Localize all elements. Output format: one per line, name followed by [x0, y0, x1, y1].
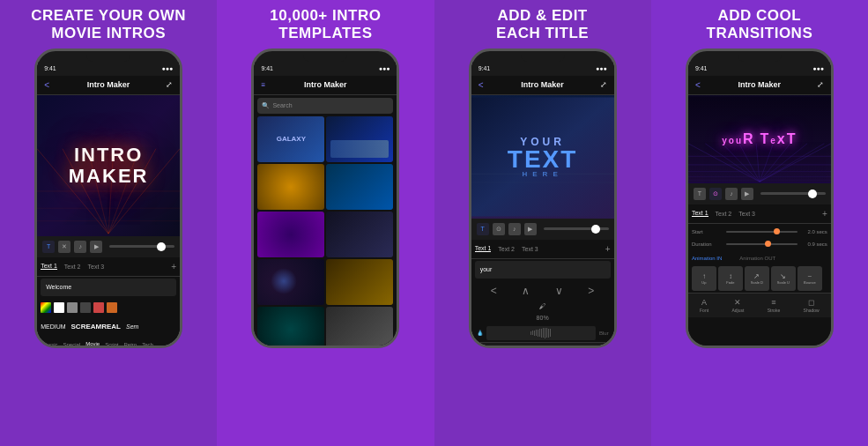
cat-script[interactable]: Script: [105, 342, 118, 346]
share-icon-3[interactable]: ⤢: [600, 80, 607, 89]
duration-slider[interactable]: [726, 243, 798, 245]
phone-mockup-4: 9:41 ●●● < Intro Maker ⤢: [686, 48, 834, 348]
timeline-slider-3[interactable]: [544, 227, 609, 230]
down-ctrl[interactable]: ∨: [555, 285, 563, 297]
status-bar-2: 9:41 ●●●: [254, 62, 397, 76]
timeline-slider-4[interactable]: [760, 192, 826, 195]
cat-tech[interactable]: Tech: [142, 342, 153, 346]
back-button-4[interactable]: <: [695, 80, 701, 90]
play-tool-3[interactable]: ▶: [524, 223, 537, 235]
music-tool-3[interactable]: ♪: [508, 223, 521, 235]
text-tab-4-3[interactable]: Text 3: [738, 211, 755, 217]
template-cell-6[interactable]: [326, 212, 393, 257]
text-tabs-4: Text 1 Text 2 Text 3 +: [688, 204, 831, 224]
adjust-tool-3[interactable]: ⊙: [493, 223, 505, 235]
intro-title-text: INTRO MAKER: [69, 145, 149, 187]
trans-fade[interactable]: ↕ Fade: [718, 266, 743, 291]
trans-up[interactable]: ↑ Up: [692, 266, 716, 291]
timeline-slider[interactable]: [109, 245, 174, 248]
music-tool-4[interactable]: ♪: [725, 188, 738, 200]
template-cell-9[interactable]: [257, 307, 324, 346]
color-swatch-rainbow[interactable]: [41, 302, 51, 313]
neon-text-4: youR TexT: [722, 131, 797, 147]
color-swatch-red[interactable]: [93, 302, 104, 313]
trans-scale-up[interactable]: ↘ Scale U: [771, 266, 796, 291]
text-tab-4-1[interactable]: Text 1: [692, 210, 708, 217]
music-tool-icon[interactable]: ♪: [74, 241, 86, 253]
next-ctrl[interactable]: >: [588, 285, 594, 297]
hamburger-icon[interactable]: ≡: [261, 81, 265, 89]
share-icon-4[interactable]: ⤢: [817, 80, 824, 89]
status-bar-1: 9:41 ●●●: [37, 62, 180, 76]
adjust-tool-icon[interactable]: ✕: [58, 241, 70, 253]
back-button-3[interactable]: <: [479, 80, 484, 90]
template-cell-8[interactable]: [326, 259, 393, 305]
color-swatch-gray[interactable]: [67, 302, 78, 313]
phone-screen-1: 9:41 ●●● < Intro Maker ⤢: [37, 62, 180, 346]
text-tab-3-1[interactable]: Text 1: [475, 245, 492, 252]
template-cell-3[interactable]: [257, 164, 324, 210]
play-tool-4[interactable]: ▶: [741, 188, 753, 200]
font-preview-1: MEDIUM SCREAMREAL Sem: [37, 317, 180, 337]
template-cell-7[interactable]: [257, 259, 324, 305]
adjust-tool-4[interactable]: ✕ Adjust: [731, 298, 744, 313]
cat-movie[interactable]: Movie: [85, 341, 100, 346]
transition-grid: ↑ Up ↕ Fade ↗ Scale D ↘ Scale U ~ Boun: [688, 264, 831, 293]
phone-screen-3: 9:41 ●●● < Intro Maker ⤢: [471, 62, 614, 346]
cat-retro[interactable]: Retro: [124, 342, 137, 346]
duration-row: Duration 0.9 secs: [692, 238, 827, 250]
font-tool-4[interactable]: A Font: [700, 298, 708, 313]
start-slider[interactable]: [726, 231, 798, 233]
template-cell-5[interactable]: [257, 212, 324, 257]
phone-mockup-3: 9:41 ●●● < Intro Maker ⤢: [469, 48, 617, 348]
add-text-tab[interactable]: +: [171, 262, 176, 271]
search-icon: 🔍: [262, 102, 270, 109]
duration-slider-thumb: [765, 241, 771, 247]
up-ctrl[interactable]: ∧: [522, 285, 530, 297]
text-tab-4-2[interactable]: Text 2: [716, 211, 732, 217]
text-tab-1[interactable]: Text 1: [41, 263, 57, 270]
text-input-1[interactable]: Welcome: [41, 279, 176, 296]
text-tab-3[interactable]: Text 3: [88, 264, 105, 270]
stroke-tool-4[interactable]: ≡ Stroke: [768, 298, 780, 313]
template-cell-2[interactable]: [326, 116, 393, 162]
template-cell-10[interactable]: [326, 307, 393, 346]
color-swatch-orange[interactable]: [107, 302, 117, 313]
cat-classic[interactable]: Classic: [41, 342, 57, 346]
phone-mockup-2: 9:41 ●●● ≡ Intro Maker 🔍 Search GALAXY: [251, 48, 399, 348]
color-swatch-dark[interactable]: [80, 302, 91, 313]
thickness-bar[interactable]: [486, 326, 596, 340]
prev-ctrl[interactable]: <: [491, 285, 497, 297]
trans-scale-down[interactable]: ↗ Scale D: [745, 266, 769, 291]
panel-2-title: 10,000+ INTRO TEMPLATES: [270, 7, 381, 43]
text-tab-3-2[interactable]: Text 2: [498, 246, 515, 252]
share-icon-1[interactable]: ⤢: [166, 80, 173, 89]
text-tool-3[interactable]: T: [477, 223, 489, 235]
play-tool-icon[interactable]: ▶: [90, 241, 102, 253]
back-button-1[interactable]: <: [44, 80, 49, 90]
trans-bounce[interactable]: ~ Bounce: [798, 266, 822, 291]
color-swatch-white[interactable]: [54, 302, 64, 313]
template-cell-1[interactable]: GALAXY: [257, 116, 324, 162]
template-grid: GALAXY: [254, 116, 397, 346]
bottom-toolbar-4: A Font ✕ Adjust ≡ Stroke ◻ Shadow: [688, 293, 831, 317]
percent-row: 80%: [471, 312, 614, 324]
text-tool-4[interactable]: T: [694, 188, 706, 200]
text-tab-3-3[interactable]: Text 3: [522, 246, 538, 252]
add-text-tab-3[interactable]: +: [605, 244, 611, 254]
search-bar[interactable]: 🔍 Search: [257, 98, 393, 114]
phone-notch-2: [303, 51, 347, 62]
slider-thumb-3: [591, 225, 600, 234]
text-input-3[interactable]: your: [475, 261, 611, 279]
add-text-tab-4[interactable]: +: [822, 209, 827, 219]
panel-templates: 10,000+ INTRO TEMPLATES 9:41 ●●● ≡ Intro…: [217, 0, 434, 446]
paint-icon[interactable]: 🖌: [539, 302, 546, 310]
text-tab-2[interactable]: Text 2: [64, 264, 81, 270]
text-tool-icon[interactable]: T: [42, 241, 55, 253]
template-cell-4[interactable]: [326, 164, 393, 210]
circle-tool-4[interactable]: ⊙: [709, 188, 722, 200]
cat-special[interactable]: Special: [63, 342, 80, 346]
panel-4-title: ADD COOL TRANSITIONS: [707, 7, 813, 43]
shadow-tool-4[interactable]: ◻ Shadow: [804, 298, 820, 313]
panel-transitions: ADD COOL TRANSITIONS 9:41 ●●● < Intro Ma…: [651, 0, 868, 446]
